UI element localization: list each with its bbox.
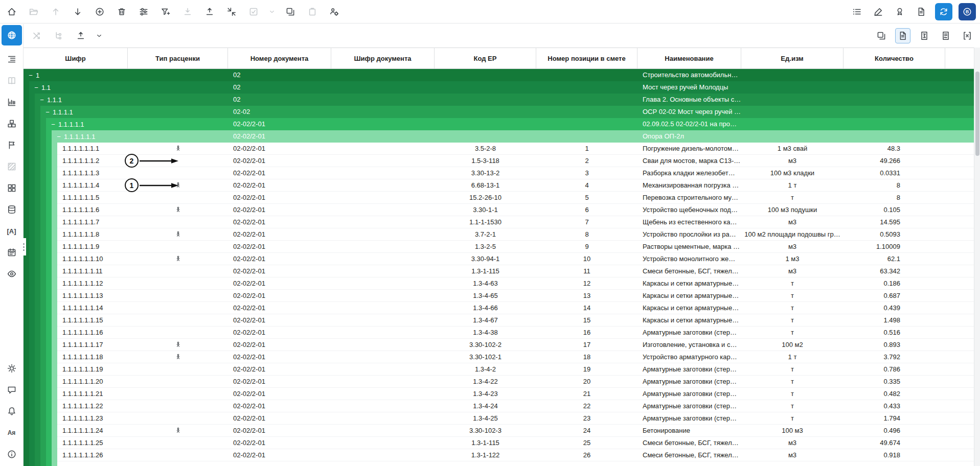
cell-code[interactable]: 1.1.1.1.1.1.2 xyxy=(57,155,128,167)
cell-quantity[interactable]: 1.498 xyxy=(844,314,945,327)
cell-unit[interactable]: 100 м3 xyxy=(741,425,844,437)
cell-name[interactable]: Арматурные заготовки (стер… xyxy=(637,376,741,388)
table-row[interactable]: 1.1.1.1.1.1.2502-02/2-011.3-1-11525Смеси… xyxy=(24,437,974,449)
cell-doc-code[interactable] xyxy=(331,437,435,449)
cell-doc-code[interactable] xyxy=(331,253,435,265)
cell-unit[interactable]: 100 м3 кладки xyxy=(741,167,844,179)
cell-doc-number[interactable]: 02-02/2-01 xyxy=(228,228,331,241)
cell-quantity[interactable]: 0.918 xyxy=(844,449,945,461)
cell-unit[interactable]: т xyxy=(741,388,844,400)
cell-position[interactable]: 25 xyxy=(536,437,637,449)
cell-name[interactable]: Арматурные заготовки (стер… xyxy=(637,363,741,376)
cell-unit[interactable]: 1 м3 xyxy=(741,253,844,265)
cell-er-code[interactable]: 3.30-102-2 xyxy=(435,339,536,351)
cell-code[interactable]: 1.1.1.1.1.1.26 xyxy=(57,449,128,461)
cell-er-code[interactable]: 1.3-4-22 xyxy=(435,376,536,388)
cell-doc-code[interactable] xyxy=(331,376,435,388)
cell-rate-type[interactable] xyxy=(128,265,228,277)
add-item-icon[interactable] xyxy=(92,4,107,19)
cell-code[interactable]: 1.1.1.1.1.1.1 xyxy=(57,143,128,155)
cell-doc-number[interactable]: 02-02/2-01 xyxy=(228,277,331,290)
cell-quantity[interactable]: 63.342 xyxy=(844,265,945,277)
cell-doc-code[interactable] xyxy=(331,277,435,290)
cell-unit[interactable]: 100 м2 площади подошвы гр… xyxy=(741,228,844,241)
cell-er-code[interactable]: 1.3-1-115 xyxy=(435,437,536,449)
column-header[interactable]: Количество xyxy=(844,48,945,68)
column-header[interactable]: Шифр документа xyxy=(331,48,435,68)
sidebar-item-layers[interactable] xyxy=(4,116,19,131)
cell-position[interactable]: 19 xyxy=(536,363,637,376)
cell-er-code[interactable]: 1.3-4-67 xyxy=(435,314,536,327)
table-row[interactable]: 1.1.1.1.1.1.1802-02/2-013.30-102-118Устр… xyxy=(24,351,974,363)
cell-unit[interactable]: т xyxy=(741,412,844,425)
collapse-toggle-icon[interactable]: − xyxy=(50,121,56,128)
cell-rate-type[interactable] xyxy=(128,425,228,437)
signature-icon[interactable] xyxy=(871,4,886,19)
cell-name[interactable]: Арматурные заготовки (стер… xyxy=(637,327,741,339)
list-menu-icon[interactable] xyxy=(849,4,864,19)
cell-code[interactable]: 1.1.1.1.1.1.17 xyxy=(57,339,128,351)
sidebar-item-flag[interactable] xyxy=(4,137,19,153)
cell-doc-code[interactable] xyxy=(331,302,435,314)
cell-position[interactable]: 16 xyxy=(536,327,637,339)
cell-er-code[interactable]: 1.3-2-5 xyxy=(435,241,536,253)
cell-name[interactable]: Каркасы и сетки арматурные… xyxy=(637,277,741,290)
cell-position[interactable]: 15 xyxy=(536,314,637,327)
cell-rate-type[interactable] xyxy=(128,449,228,461)
cell-name[interactable]: Арматурные заготовки (стер… xyxy=(637,412,741,425)
splitter-handle[interactable] xyxy=(21,238,26,255)
cell-rate-type[interactable] xyxy=(128,143,228,155)
copy-document-icon[interactable] xyxy=(874,28,889,43)
vertical-scrollbar[interactable] xyxy=(974,48,980,466)
cell-doc-number[interactable]: 02-02/2-01 xyxy=(228,351,331,363)
table-row[interactable]: 1.1.1.1.1.1.1902-02/2-011.3-4-219Арматур… xyxy=(24,363,974,376)
active-document-icon[interactable] xyxy=(895,28,910,43)
cell-rate-type[interactable] xyxy=(128,376,228,388)
cell-code[interactable]: 1.1.1.1.1.1.5 xyxy=(57,192,128,204)
sidebar-item-notifications[interactable] xyxy=(4,404,19,419)
cell-er-code[interactable]: 1.3-1-122 xyxy=(435,449,536,461)
collapse-toggle-icon[interactable]: − xyxy=(28,72,34,79)
cell-doc-code[interactable] xyxy=(331,241,435,253)
sidebar-item-grid[interactable] xyxy=(4,180,19,196)
table-row[interactable]: 1.1.1.1.1.1.502-02/2-0115.2-26-105Перево… xyxy=(24,192,974,204)
certificate-icon[interactable] xyxy=(892,4,907,19)
cell-name[interactable]: Щебень из естественного ка… xyxy=(637,216,741,228)
cell-position[interactable]: 7 xyxy=(536,216,637,228)
cell-unit[interactable]: т xyxy=(741,400,844,412)
cell-rate-type[interactable] xyxy=(128,412,228,425)
cell-doc-number[interactable]: 02-02/2-01 xyxy=(228,179,331,192)
cell-position[interactable]: 6 xyxy=(536,204,637,216)
cell-position[interactable]: 2 xyxy=(536,155,637,167)
table-row[interactable]: 1.1.1.1.1.1.2402-02/2-013.30-102-324Бето… xyxy=(24,425,974,437)
cell-rate-type[interactable] xyxy=(128,228,228,241)
cell-name[interactable]: Сваи для мостов, марка С13-… xyxy=(637,155,741,167)
cell-name[interactable]: Перевозка строительного му… xyxy=(637,192,741,204)
cell-quantity[interactable]: 0.335 xyxy=(844,376,945,388)
column-header[interactable]: Номер позиции в смете xyxy=(536,48,637,68)
cell-er-code[interactable]: 1.3-4-23 xyxy=(435,388,536,400)
cell-doc-number[interactable]: 02-02/2-01 xyxy=(228,265,331,277)
cell-doc-number[interactable]: 02-02/2-01 xyxy=(228,314,331,327)
cell-rate-type[interactable] xyxy=(128,363,228,376)
cell-unit[interactable]: м3 xyxy=(741,437,844,449)
table-row[interactable]: 1.1.1.1.1.1.2002-02/2-011.3-4-2220Армату… xyxy=(24,376,974,388)
cell-unit[interactable]: т xyxy=(741,314,844,327)
cell-name[interactable]: Погружение дизель-молотом… xyxy=(637,143,741,155)
copy-icon[interactable] xyxy=(283,4,298,19)
cell-unit[interactable]: т xyxy=(741,302,844,314)
table-row[interactable]: 1.1.1.1.1.1.102-02/2-013.5-2-81Погружени… xyxy=(24,143,974,155)
group-row[interactable]: −1.1.1.102-02ОСР 02-02 Мост через ручей … xyxy=(24,106,974,118)
table-row[interactable]: 1.1.1.1.1.1.1402-02/2-011.3-4-6614Каркас… xyxy=(24,302,974,314)
cell-doc-number[interactable]: 02-02/2-01 xyxy=(228,302,331,314)
cell-er-code[interactable]: 3.7-2-1 xyxy=(435,228,536,241)
cell-position[interactable]: 4 xyxy=(536,179,637,192)
group-row[interactable]: −1.1.1.1.102-02/2-0102.09.02.5 02-02/2-0… xyxy=(24,118,974,130)
cell-quantity[interactable]: 48.3 xyxy=(844,143,945,155)
cell-quantity[interactable]: 1.10009 xyxy=(844,241,945,253)
cell-er-code[interactable]: 3.30-94-1 xyxy=(435,253,536,265)
cell-quantity[interactable]: 1.794 xyxy=(844,412,945,425)
cell-code[interactable]: 1.1.1.1.1.1.21 xyxy=(57,388,128,400)
cell-code[interactable]: 1.1.1.1.1.1.25 xyxy=(57,437,128,449)
export-icon[interactable] xyxy=(202,4,217,19)
